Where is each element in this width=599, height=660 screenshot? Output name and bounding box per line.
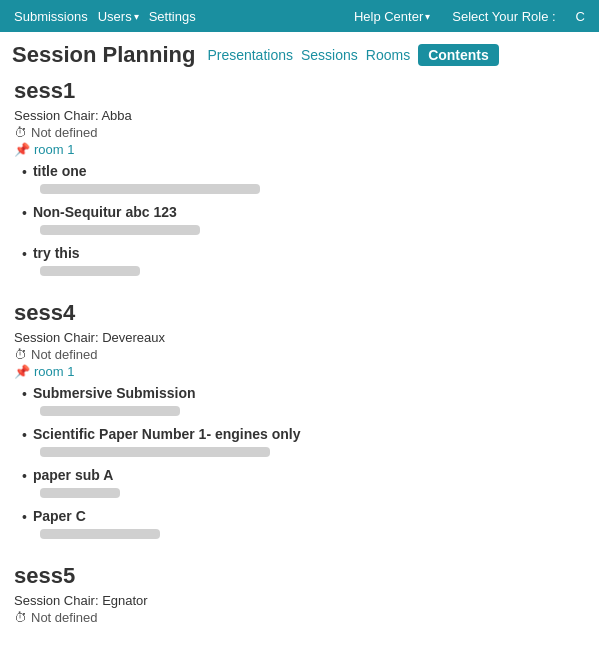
session-time-sess1: ⏱Not defined <box>14 125 585 140</box>
nav-contents-active[interactable]: Contents <box>418 44 499 66</box>
location-icon: 📌 <box>14 142 30 157</box>
bullet-dot-icon: • <box>22 164 27 180</box>
nav-users-arrow: ▾ <box>134 11 139 22</box>
clock-icon: ⏱ <box>14 125 27 140</box>
item-title-text: Non-Sequitur abc 123 <box>33 204 177 220</box>
item-bullet-3: •Paper C <box>22 508 585 525</box>
session-title-sess1: sess1 <box>14 78 585 104</box>
bullet-dot-icon: • <box>22 205 27 221</box>
session-title-sess5: sess5 <box>14 563 585 589</box>
item-bullet-0: •Submersive Submission <box>22 385 585 402</box>
clock-icon: ⏱ <box>14 347 27 362</box>
item-title-text: Paper C <box>33 508 86 524</box>
session-room-sess4: 📌room 1 <box>14 364 585 379</box>
session-time-label: Not defined <box>31 125 98 140</box>
nav-users-dropdown[interactable]: Users ▾ <box>98 9 139 24</box>
clock-icon: ⏱ <box>14 610 27 625</box>
bullet-dot-icon: • <box>22 509 27 525</box>
blur-placeholder <box>40 266 140 276</box>
bullet-dot-icon: • <box>22 386 27 402</box>
session-block-sess5: sess5Session Chair: Egnator⏱Not defined <box>14 563 585 625</box>
list-item: •try this <box>22 245 585 276</box>
session-time-label: Not defined <box>31 610 98 625</box>
item-bullet-2: •try this <box>22 245 585 262</box>
session-room-sess1: 📌room 1 <box>14 142 585 157</box>
item-title-text: try this <box>33 245 80 261</box>
nav-help-center-dropdown[interactable]: Help Center ▾ <box>354 9 430 24</box>
item-title-text: Scientific Paper Number 1- engines only <box>33 426 301 442</box>
nav-settings[interactable]: Settings <box>143 9 202 24</box>
session-block-sess4: sess4Session Chair: Devereaux⏱Not define… <box>14 300 585 539</box>
page-header: Session Planning Presentations Sessions … <box>0 32 599 74</box>
session-time-sess5: ⏱Not defined <box>14 610 585 625</box>
nav-rooms[interactable]: Rooms <box>366 47 410 63</box>
list-item: •Scientific Paper Number 1- engines only <box>22 426 585 457</box>
bullet-dot-icon: • <box>22 246 27 262</box>
session-block-sess1: sess1Session Chair: Abba⏱Not defined📌roo… <box>14 78 585 276</box>
session-chair-sess4: Session Chair: Devereaux <box>14 330 585 345</box>
blur-placeholder <box>40 225 200 235</box>
items-list-sess1: •title one•Non-Sequitur abc 123•try this <box>14 163 585 276</box>
item-bullet-1: •Non-Sequitur abc 123 <box>22 204 585 221</box>
list-item: •Non-Sequitur abc 123 <box>22 204 585 235</box>
list-item: •paper sub A <box>22 467 585 498</box>
nav-users-label: Users <box>98 9 132 24</box>
nav-help-center-label: Help Center <box>354 9 423 24</box>
nav-select-role[interactable]: Select Your Role : <box>446 9 561 24</box>
room-link-sess4[interactable]: room 1 <box>34 364 74 379</box>
blur-placeholder <box>40 184 260 194</box>
bullet-dot-icon: • <box>22 468 27 484</box>
nav-presentations[interactable]: Presentations <box>207 47 293 63</box>
bullet-dot-icon: • <box>22 427 27 443</box>
room-link-sess1[interactable]: room 1 <box>34 142 74 157</box>
main-content: sess1Session Chair: Abba⏱Not defined📌roo… <box>0 74 599 660</box>
navbar-right: Help Center ▾ Select Your Role : C <box>354 9 591 24</box>
session-title-sess4: sess4 <box>14 300 585 326</box>
session-chair-sess1: Session Chair: Abba <box>14 108 585 123</box>
item-bullet-1: •Scientific Paper Number 1- engines only <box>22 426 585 443</box>
nav-submissions[interactable]: Submissions <box>8 9 94 24</box>
nav-sessions[interactable]: Sessions <box>301 47 358 63</box>
session-time-label: Not defined <box>31 347 98 362</box>
blur-placeholder <box>40 447 270 457</box>
nav-user-initial[interactable]: C <box>570 9 591 24</box>
navbar: Submissions Users ▾ Settings Help Center… <box>0 0 599 32</box>
item-title-text: Submersive Submission <box>33 385 196 401</box>
list-item: •title one <box>22 163 585 194</box>
navbar-left: Submissions Users ▾ Settings <box>8 9 202 24</box>
item-title-text: title one <box>33 163 87 179</box>
blur-placeholder <box>40 529 160 539</box>
blur-placeholder <box>40 488 120 498</box>
blur-placeholder <box>40 406 180 416</box>
location-icon: 📌 <box>14 364 30 379</box>
item-bullet-0: •title one <box>22 163 585 180</box>
session-time-sess4: ⏱Not defined <box>14 347 585 362</box>
nav-help-arrow: ▾ <box>425 11 430 22</box>
items-list-sess4: •Submersive Submission•Scientific Paper … <box>14 385 585 539</box>
page-title: Session Planning <box>12 42 195 68</box>
item-title-text: paper sub A <box>33 467 113 483</box>
list-item: •Paper C <box>22 508 585 539</box>
item-bullet-2: •paper sub A <box>22 467 585 484</box>
session-chair-sess5: Session Chair: Egnator <box>14 593 585 608</box>
list-item: •Submersive Submission <box>22 385 585 416</box>
